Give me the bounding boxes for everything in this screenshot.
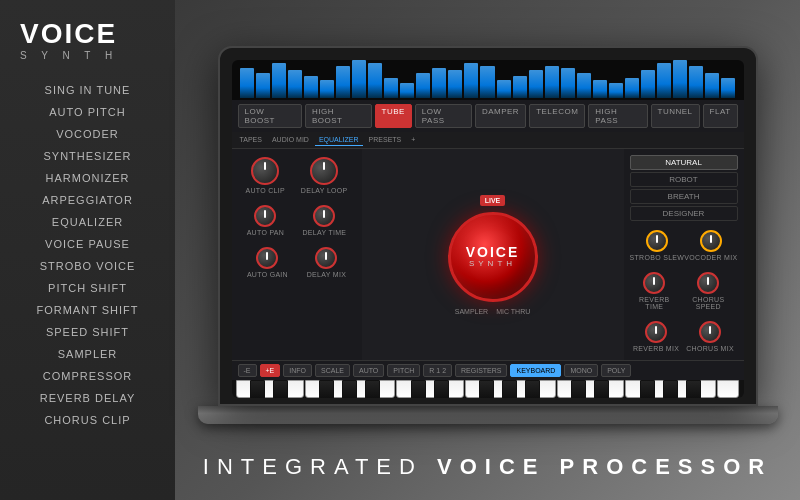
sidebar-item-arpeggiator[interactable]: ARPEGGIATOR [0,189,175,211]
tab-audio-mid[interactable]: AUDIO MID [268,134,313,146]
eq-btn-low-pass[interactable]: LOW PASS [415,104,472,128]
tab-presets[interactable]: PRESETS [365,134,406,146]
sidebar-item-vocoder[interactable]: VOCODER [0,123,175,145]
spectrum-column [529,70,543,98]
sidebar-item-synthesizer[interactable]: SYNTHESIZER [0,145,175,167]
white-key-13[interactable] [534,380,556,398]
chorus-mix-knob[interactable] [699,321,721,343]
voice-option-natural[interactable]: NATURAL [630,155,738,170]
sidebar-item-reverb-delay[interactable]: REVERB DELAY [0,387,175,409]
eq-btn-high-pass[interactable]: HIGH PASS [588,104,647,128]
eq-btn-damper[interactable]: DAMPER [475,104,526,128]
keyboard-controls: -E+EINFOSCALEAUTOPITCHR 1 2REGISTERSKEYB… [232,360,744,380]
tab-tapes[interactable]: TAPES [236,134,266,146]
plugin-ui: LOW BOOSTHIGH BOOSTTUBELOW PASSDAMPERTEL… [232,60,744,398]
main-controls: AUTO CLIP DELAY LOOP AUTO PA [232,149,744,360]
white-key-11[interactable] [488,380,510,398]
kb-btn-auto[interactable]: AUTO [353,364,384,377]
piano-keys[interactable] [232,380,744,398]
sidebar-item-formant-shift[interactable]: FORMANT SHIFT [0,299,175,321]
sidebar-item-harmonizer[interactable]: HARMONIZER [0,167,175,189]
eq-btn-tube[interactable]: TUBE [375,104,412,128]
delay-time-knob[interactable] [313,205,335,227]
white-key-21[interactable] [717,380,739,398]
delay-mix-group: DELAY MIX [307,247,346,278]
vocoder-mix-knob[interactable] [700,230,722,252]
spectrum-column [480,66,494,98]
reverb-mix-knob[interactable] [645,321,667,343]
white-key-17[interactable] [625,380,647,398]
white-key-7[interactable] [396,380,418,398]
auto-pan-knob[interactable] [254,205,276,227]
strobo-slew-label: STROBO SLEW [630,254,685,261]
spectrum-analyzer [232,60,744,100]
delay-loop-knob[interactable] [310,157,338,185]
kb-btn-poly[interactable]: POLY [601,364,631,377]
voice-option-breath[interactable]: BREATH [630,189,738,204]
white-key-2[interactable] [282,380,304,398]
delay-mix-knob[interactable] [315,247,337,269]
sidebar-item-sing-in-tune[interactable]: SING IN TUNE [0,79,175,101]
sidebar-item-compressor[interactable]: COMPRESSOR [0,365,175,387]
white-key-18[interactable] [648,380,670,398]
sidebar-item-voice-pause[interactable]: VOICE PAUSE [0,233,175,255]
white-key-1[interactable] [259,380,281,398]
voice-option-robot[interactable]: ROBOT [630,172,738,187]
white-key-8[interactable] [419,380,441,398]
white-key-3[interactable] [305,380,327,398]
tab-add-button[interactable]: + [407,134,419,146]
kb-btn-keyboard[interactable]: KEYBOARD [510,364,561,377]
white-key-10[interactable] [465,380,487,398]
white-key-14[interactable] [557,380,579,398]
auto-gain-knob[interactable] [256,247,278,269]
sidebar-item-sampler[interactable]: SAMPLER [0,343,175,365]
kb-btn-info[interactable]: INFO [283,364,312,377]
kb-btn-pitch[interactable]: PITCH [387,364,420,377]
white-key-12[interactable] [511,380,533,398]
spectrum-column [513,76,527,98]
white-key-19[interactable] [671,380,693,398]
sidebar-item-chorus-clip[interactable]: CHORUS CLIP [0,409,175,431]
right-mid-knob-row: REVERB TIME CHORUS SPEED [628,268,740,314]
kb-btn-r-1-2[interactable]: R 1 2 [423,364,452,377]
spectrum-column [705,73,719,98]
white-key-4[interactable] [328,380,350,398]
sidebar-item-speed-shift[interactable]: SPEED SHIFT [0,321,175,343]
kb-btn-mono[interactable]: MONO [564,364,598,377]
chorus-speed-knob[interactable] [697,272,719,294]
eq-btn-high-boost[interactable]: HIGH BOOST [305,104,372,128]
voice-orb[interactable]: VOICE SYNTH [448,212,538,302]
spectrum-column [545,66,559,98]
eq-btn-flat[interactable]: FLAT [703,104,738,128]
sidebar-item-auto-pitch[interactable]: AUTO PITCH [0,101,175,123]
spectrum-column [432,68,446,98]
strobo-slew-knob[interactable] [646,230,668,252]
white-key-15[interactable] [580,380,602,398]
eq-btn-low-boost[interactable]: LOW BOOST [238,104,302,128]
kb-btn-scale[interactable]: SCALE [315,364,350,377]
sidebar-item-pitch-shift[interactable]: PITCH SHIFT [0,277,175,299]
reverb-mix-label: REVERB MIX [633,345,679,352]
reverb-time-knob[interactable] [643,272,665,294]
white-key-6[interactable] [373,380,395,398]
auto-clip-knob[interactable] [251,157,279,185]
sidebar-item-strobo-voice[interactable]: STROBO VOICE [0,255,175,277]
white-key-20[interactable] [694,380,716,398]
live-badge[interactable]: LIVE [480,195,506,206]
white-key-9[interactable] [442,380,464,398]
white-key-5[interactable] [351,380,373,398]
auto-pan-label: AUTO PAN [247,229,285,236]
eq-btn-tunnel[interactable]: TUNNEL [651,104,700,128]
sidebar-item-equalizer[interactable]: EQUALIZER [0,211,175,233]
voice-option-designer[interactable]: DESIGNER [630,206,738,221]
spectrum-column [336,66,350,98]
kb-btn-registers[interactable]: REGISTERS [455,364,507,377]
white-key-16[interactable] [603,380,625,398]
tab-equalizer[interactable]: EQUALIZER [315,134,363,146]
white-key-0[interactable] [236,380,258,398]
eq-btn-telecom[interactable]: TELECOM [529,104,585,128]
kb-btn-+e[interactable]: +E [260,364,281,377]
kb-btn--e[interactable]: -E [238,364,257,377]
mid-knob-row: AUTO PAN DELAY TIME [236,201,358,240]
chorus-speed-group: CHORUS SPEED [679,272,737,310]
